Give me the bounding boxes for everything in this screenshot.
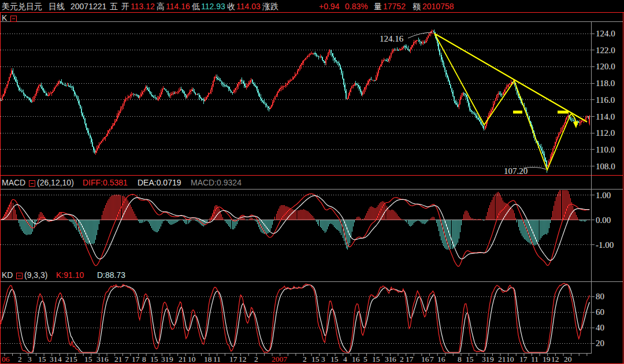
change-label: 涨跌 <box>262 2 278 11</box>
macd-collapse-icon[interactable] <box>29 180 35 187</box>
svg-text:7: 7 <box>430 355 434 363</box>
peak-price-annotation: 124.16 <box>380 34 403 44</box>
trading-app-window: 124.0122.0120.0118.0116.0114.0112.0110.0… <box>0 0 624 364</box>
svg-text:122.0: 122.0 <box>596 46 615 55</box>
svg-text:21: 21 <box>114 355 122 363</box>
close-label: 收 <box>227 2 235 11</box>
svg-text:110.0: 110.0 <box>596 145 615 154</box>
kd-lines <box>1 283 590 352</box>
volume-label: 量 <box>374 2 382 11</box>
kd-d-value: D:88.73 <box>97 270 125 280</box>
kd-pane-label: KD <box>2 270 13 280</box>
svg-text:15: 15 <box>38 355 46 363</box>
close-value: 114.03 <box>236 2 261 11</box>
svg-text:11: 11 <box>531 355 538 363</box>
candlestick-series <box>1 29 590 173</box>
macd-lines <box>1 194 590 266</box>
svg-text:15: 15 <box>330 355 339 363</box>
svg-text:5: 5 <box>73 355 77 363</box>
svg-text:31: 31 <box>482 355 490 363</box>
svg-text:120.0: 120.0 <box>596 62 615 71</box>
open-label: 开 <box>121 2 129 11</box>
svg-text:31: 31 <box>96 355 105 363</box>
svg-text:108.0: 108.0 <box>596 162 615 171</box>
svg-text:31: 31 <box>385 355 393 363</box>
svg-text:10: 10 <box>506 355 514 363</box>
svg-text:17: 17 <box>406 355 414 363</box>
kd-collapse-icon[interactable] <box>16 273 23 279</box>
svg-text:60: 60 <box>596 307 604 317</box>
svg-text:31: 31 <box>161 355 169 363</box>
low-value: 112.93 <box>201 2 225 11</box>
svg-text:20: 20 <box>596 339 604 348</box>
svg-text:16: 16 <box>421 355 429 363</box>
svg-text:17: 17 <box>519 355 528 363</box>
svg-text:15: 15 <box>150 355 158 363</box>
kd-k-value: K:91.10 <box>56 270 84 280</box>
svg-text:15: 15 <box>311 355 320 363</box>
trough-price-annotation: 107.20 <box>504 166 528 176</box>
svg-text:18: 18 <box>204 355 212 363</box>
instrument-title: 美元兑日元 <box>2 2 42 11</box>
svg-text:8: 8 <box>458 355 462 363</box>
svg-text:2: 2 <box>18 355 22 363</box>
drawn-annotations <box>408 32 587 170</box>
svg-text:17: 17 <box>229 355 237 363</box>
svg-text:4: 4 <box>343 355 347 363</box>
svg-text:3: 3 <box>28 355 32 363</box>
macd-dea-value: DEA:0.0719 <box>138 178 181 187</box>
svg-text:-1.00: -1.00 <box>596 240 614 250</box>
svg-text:11: 11 <box>213 355 221 363</box>
svg-text:40: 40 <box>596 323 604 332</box>
svg-text:2: 2 <box>400 355 404 363</box>
svg-text:112.0: 112.0 <box>596 128 615 138</box>
svg-text:19: 19 <box>543 355 551 363</box>
svg-text:15: 15 <box>466 355 474 363</box>
change-value: +0.94 <box>319 2 339 11</box>
svg-text:20: 20 <box>564 355 572 363</box>
k-pane-collapse-icon[interactable] <box>10 16 17 22</box>
svg-text:118.0: 118.0 <box>596 79 615 88</box>
macd-params: (26,12,10) <box>37 178 74 187</box>
date-axis: 0623153142151531621717815319211018111712… <box>2 354 587 363</box>
svg-text:2007: 2007 <box>272 355 287 363</box>
svg-text:0.00: 0.00 <box>596 216 611 225</box>
period-label[interactable]: 日线 <box>49 2 65 11</box>
kd-params: (9,3,3) <box>24 270 47 280</box>
change-pct-value: 0.83% <box>345 2 368 11</box>
k-pane-label: K <box>2 13 7 23</box>
svg-text:80: 80 <box>596 292 604 301</box>
svg-text:06: 06 <box>2 355 10 363</box>
amount-value: 2010758 <box>422 2 454 11</box>
pane-frames <box>0 12 624 364</box>
gridlines <box>1 34 595 343</box>
right-axis-labels: 124.0122.0120.0118.0116.0114.0112.0110.0… <box>596 29 615 348</box>
svg-text:21: 21 <box>179 355 187 363</box>
svg-text:114.0: 114.0 <box>596 112 615 121</box>
high-value: 114.16 <box>166 2 190 11</box>
svg-text:10: 10 <box>188 355 196 363</box>
svg-text:4: 4 <box>58 355 62 363</box>
svg-text:5: 5 <box>363 355 367 363</box>
svg-text:9: 9 <box>490 355 494 363</box>
svg-text:6: 6 <box>105 355 109 363</box>
macd-macd-value: MACD:0.9324 <box>191 178 242 187</box>
svg-text:12: 12 <box>551 355 559 363</box>
svg-text:2: 2 <box>254 355 258 363</box>
low-label: 低 <box>192 2 200 11</box>
svg-text:12: 12 <box>239 355 247 363</box>
date-value: 20071221 <box>70 2 106 11</box>
svg-text:2: 2 <box>303 355 307 363</box>
svg-text:3: 3 <box>321 355 325 363</box>
weekday-value: 五 <box>110 2 118 11</box>
macd-diff-value: DIFF:0.5381 <box>83 178 128 187</box>
svg-text:15: 15 <box>372 355 380 363</box>
svg-text:7: 7 <box>125 355 129 363</box>
svg-text:124.0: 124.0 <box>596 29 615 38</box>
svg-text:31: 31 <box>50 355 58 363</box>
svg-text:17: 17 <box>132 355 140 363</box>
amount-label: 额 <box>413 2 421 11</box>
svg-text:16: 16 <box>352 355 360 363</box>
svg-text:21: 21 <box>65 355 73 363</box>
svg-text:9: 9 <box>169 355 173 363</box>
